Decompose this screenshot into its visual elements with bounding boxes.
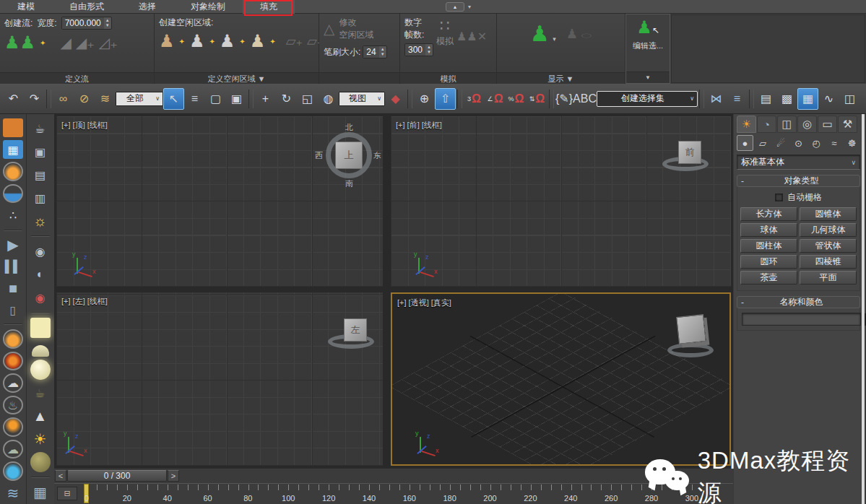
flow-stairs-icon[interactable]: ◿₊ bbox=[99, 34, 118, 51]
panel-title-edit-selection[interactable]: ▼ bbox=[626, 71, 670, 83]
select-manipulate-icon[interactable]: ⊕ bbox=[414, 88, 435, 110]
dome-light-icon[interactable] bbox=[32, 345, 49, 357]
select-rotate-icon[interactable]: ↻ bbox=[276, 88, 297, 110]
layer-manager-icon[interactable]: ▩ bbox=[776, 88, 797, 110]
viewport-top[interactable]: [+] [顶] [线框] 上 北 南 西 东 xyz bbox=[56, 116, 383, 287]
sphere-light-icon[interactable] bbox=[30, 360, 51, 380]
viewcube-front[interactable]: 前 bbox=[672, 138, 709, 174]
cp-sub-cameras[interactable]: ⊙ bbox=[790, 135, 807, 151]
camera-classic-icon[interactable]: ◉ bbox=[30, 241, 51, 261]
cone-icon[interactable]: ▲ bbox=[30, 406, 51, 426]
compass-north[interactable]: 北 bbox=[345, 122, 353, 133]
viewport-left[interactable]: [+] [左] [线框] 左 xyz bbox=[56, 292, 383, 466]
viewport-front[interactable]: [+] [前] [线框] 前 xyz bbox=[391, 116, 731, 287]
render-preview-icon[interactable]: ▣ bbox=[30, 142, 51, 162]
percent-snap-icon[interactable]: % Ω bbox=[506, 88, 527, 110]
particle-dots-icon[interactable]: ∴ bbox=[3, 206, 23, 225]
panel-title-define-idle-area[interactable]: 定义空闲区域 ▼ bbox=[155, 72, 319, 84]
dialog-panel-icon[interactable]: ▥ bbox=[30, 188, 51, 208]
select-object-icon[interactable]: ↖ bbox=[163, 88, 184, 110]
viewport-left-label[interactable]: [+] [左] [线框] bbox=[61, 296, 108, 307]
cigarette-smoke-icon[interactable]: ♨ bbox=[3, 396, 23, 414]
tab-modeling[interactable]: 建模 bbox=[0, 0, 52, 14]
stop-icon[interactable]: ■ bbox=[3, 279, 23, 297]
candle-flame-icon[interactable] bbox=[3, 417, 23, 436]
spinner-snap-icon[interactable]: ⇅ Ω bbox=[527, 88, 547, 110]
area-light-icon[interactable] bbox=[30, 318, 51, 338]
idle-seated-icon[interactable]: ♟ bbox=[159, 31, 175, 51]
camera-sphere-icon[interactable]: ◐ bbox=[30, 264, 51, 284]
cp-sub-lights[interactable]: ☄ bbox=[772, 135, 789, 151]
cone-button[interactable]: 圆锥体 bbox=[800, 207, 857, 221]
cp-sub-spacewarps[interactable]: ≈ bbox=[826, 135, 843, 151]
bind-spacewarp-icon[interactable]: ≋ bbox=[95, 88, 116, 110]
flow-ramp-icon[interactable]: ◢ bbox=[60, 34, 71, 51]
tube-button[interactable]: 管状体 bbox=[800, 239, 857, 253]
fire-effect-icon[interactable] bbox=[3, 162, 23, 181]
create-flow-icon[interactable]: ♟♟ bbox=[4, 32, 35, 53]
ref-coord-dropdown[interactable]: 视图 ∨ bbox=[339, 92, 385, 106]
rect-selection-region-icon[interactable]: ▢ bbox=[205, 88, 226, 110]
wire-teapot-icon[interactable]: ☕ bbox=[30, 383, 51, 403]
keyboard-override-icon[interactable]: ⇧ bbox=[435, 88, 456, 110]
teapot-button[interactable]: 茶壶 bbox=[740, 271, 797, 284]
toggle-ribbon-icon[interactable]: ▦ bbox=[797, 88, 818, 110]
select-by-name-icon[interactable]: ≡ bbox=[184, 88, 205, 110]
tab-freeform[interactable]: 自由形式 bbox=[52, 0, 121, 14]
snap-3d-icon[interactable]: 3 Ω bbox=[464, 88, 485, 110]
selection-filter-dropdown[interactable]: 全部 ∨ bbox=[116, 92, 163, 106]
water-effect-icon[interactable] bbox=[3, 184, 23, 203]
viewport-front-label[interactable]: [+] [前] [线框] bbox=[396, 120, 442, 131]
timeline-ruler[interactable]: ⊟ 02040608010012014016018020022024026028… bbox=[54, 483, 733, 504]
use-pivot-center-icon[interactable]: ◆ bbox=[385, 88, 406, 110]
cp-sub-geometry[interactable]: ● bbox=[737, 135, 753, 151]
smoke-preset-icon[interactable]: ☁ bbox=[3, 373, 23, 392]
play-icon[interactable]: ▶ bbox=[3, 235, 23, 254]
sphere-button[interactable]: 球体 bbox=[740, 223, 797, 237]
light-lister-icon[interactable]: ☼ bbox=[30, 211, 51, 231]
box-array-icon[interactable]: ▦ bbox=[30, 482, 51, 503]
teapot-icon[interactable]: ☕ bbox=[30, 118, 51, 139]
flow-ramp-add-icon[interactable]: ◢₊ bbox=[76, 34, 95, 51]
display-person-icon[interactable]: ♟ bbox=[530, 21, 550, 46]
fire-preset-icon[interactable] bbox=[3, 329, 23, 348]
camera-red-icon[interactable]: ◉ bbox=[30, 287, 51, 308]
autogrid-checkbox[interactable] bbox=[775, 194, 783, 201]
link-icon[interactable]: ∞ bbox=[53, 88, 74, 110]
viewport-perspective-label[interactable]: [+] [透视] [真实] bbox=[397, 297, 451, 308]
torus-button[interactable]: 圆环 bbox=[740, 255, 797, 269]
brush-size-spinner[interactable]: 24▲▼ bbox=[363, 45, 386, 58]
geosphere-button[interactable]: 几何球体 bbox=[800, 223, 857, 237]
primitive-category-dropdown[interactable]: 标准基本体 ∨ bbox=[737, 155, 860, 170]
fluid-emitter-icon[interactable] bbox=[3, 118, 23, 137]
object-type-rollout-header[interactable]: - 对象类型 bbox=[737, 175, 860, 187]
compass-west[interactable]: 西 bbox=[315, 150, 323, 161]
idle-circle-icon[interactable]: ♟ bbox=[250, 31, 266, 51]
display-flyout-chevron-icon[interactable]: ▾ bbox=[553, 35, 556, 43]
object-name-input[interactable] bbox=[742, 313, 861, 326]
ribbon-minimize-button[interactable]: ▲ bbox=[446, 2, 464, 12]
curve-editor-icon[interactable]: ∿ bbox=[818, 88, 839, 110]
name-color-rollout-header[interactable]: - 名称和颜色 bbox=[737, 296, 860, 308]
previous-frame-button[interactable]: < bbox=[55, 470, 66, 482]
viewcube-left[interactable]: 左 bbox=[338, 316, 374, 352]
clouds-preset-icon[interactable]: ☁ bbox=[3, 440, 23, 459]
select-place-icon[interactable]: ◍ bbox=[318, 88, 339, 110]
width-spinner[interactable]: 7000.000▲▼ bbox=[61, 17, 112, 30]
undo-icon[interactable]: ↶ bbox=[3, 88, 24, 110]
dialog-list-icon[interactable]: ▤ bbox=[30, 165, 51, 185]
compass-east[interactable]: 东 bbox=[373, 150, 381, 161]
ribbon-minimize-chevron-icon[interactable]: ▾ bbox=[468, 4, 471, 10]
angle-snap-icon[interactable]: ∠ Ω bbox=[485, 88, 506, 110]
next-frame-button[interactable]: > bbox=[168, 470, 179, 482]
panel-title-display[interactable]: 显示 ▼ bbox=[497, 72, 625, 84]
polygon-add-icon[interactable]: ▱₊ bbox=[286, 33, 303, 49]
cp-tab-hierarchy[interactable]: ◫ bbox=[777, 116, 797, 133]
explosion-preset-icon[interactable] bbox=[3, 352, 23, 370]
named-sets-dropdown[interactable]: 创建选择集 ∨ bbox=[597, 91, 698, 107]
cp-sub-systems[interactable]: ☸ bbox=[844, 135, 860, 151]
simulate-icon[interactable]: ∷ bbox=[436, 17, 454, 35]
viewport-perspective[interactable]: [+] [透视] [真实] xyz bbox=[391, 292, 731, 466]
redo-icon[interactable]: ↷ bbox=[24, 88, 45, 110]
cp-tab-utilities[interactable]: ⚒ bbox=[838, 116, 857, 133]
